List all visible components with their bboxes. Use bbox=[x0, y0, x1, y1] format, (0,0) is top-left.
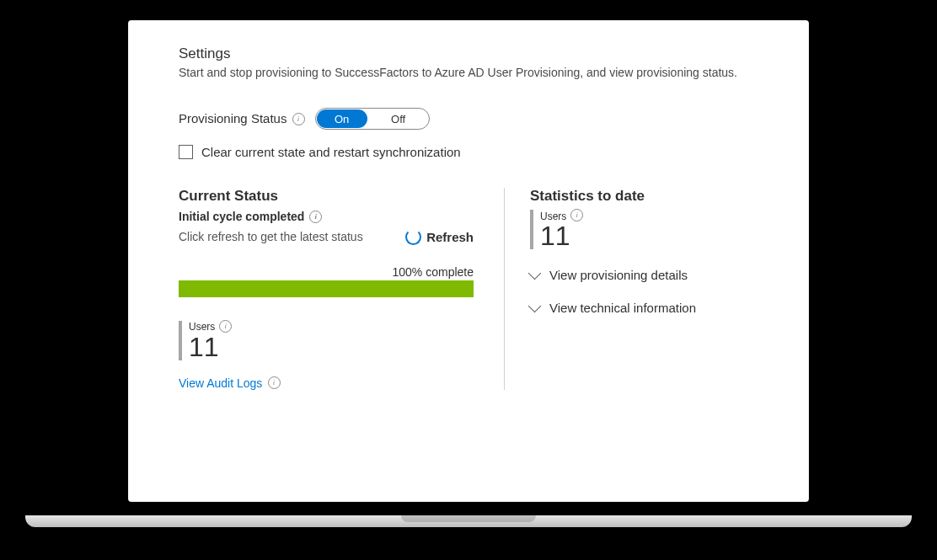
cycle-state: Initial cycle completed bbox=[179, 210, 474, 224]
refresh-button[interactable]: Refresh bbox=[405, 229, 474, 245]
statistics-heading: Statistics to date bbox=[530, 188, 779, 205]
view-audit-logs-link[interactable]: View Audit Logs bbox=[179, 376, 474, 391]
info-icon[interactable] bbox=[570, 209, 583, 221]
view-provisioning-details[interactable]: View provisioning details bbox=[530, 268, 779, 282]
page-description: Start and stop provisioning to SuccessFa… bbox=[179, 66, 779, 79]
refresh-hint: Click refresh to get the latest status bbox=[179, 230, 363, 243]
users-stat: Users 11 bbox=[179, 321, 474, 360]
page-title: Settings bbox=[179, 45, 779, 62]
info-icon[interactable] bbox=[309, 211, 322, 223]
statistics-panel: Statistics to date Users 11 bbox=[504, 188, 779, 390]
stats-users-stat: Users 11 bbox=[530, 210, 779, 249]
info-icon[interactable] bbox=[292, 113, 305, 125]
clear-state-checkbox[interactable] bbox=[179, 145, 193, 159]
clear-state-label: Clear current state and restart synchron… bbox=[201, 145, 461, 159]
current-status-panel: Current Status Initial cycle completed C… bbox=[179, 188, 474, 390]
settings-screen: Settings Start and stop provisioning to … bbox=[128, 20, 809, 502]
users-count: 11 bbox=[540, 222, 583, 249]
refresh-icon bbox=[405, 229, 421, 245]
current-status-heading: Current Status bbox=[179, 188, 474, 205]
progress-bar bbox=[179, 280, 474, 297]
info-icon[interactable] bbox=[219, 320, 232, 333]
info-icon[interactable] bbox=[268, 376, 281, 389]
view-technical-information[interactable]: View technical information bbox=[530, 301, 779, 315]
provisioning-status-label: Provisioning Status bbox=[179, 111, 305, 126]
chevron-down-icon bbox=[528, 300, 542, 313]
chevron-down-icon bbox=[528, 267, 542, 280]
toggle-on[interactable]: On bbox=[317, 109, 367, 128]
progress-label: 100% complete bbox=[179, 265, 474, 279]
toggle-off[interactable]: Off bbox=[368, 109, 429, 129]
users-count: 11 bbox=[189, 333, 232, 360]
provisioning-status-toggle[interactable]: On Off bbox=[315, 108, 430, 130]
